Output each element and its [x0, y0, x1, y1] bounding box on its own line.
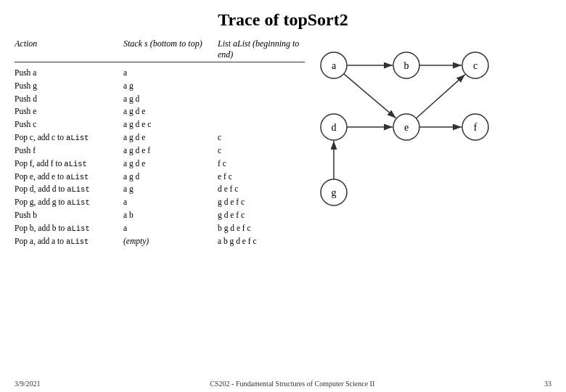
table-row: Push ca g d e c: [15, 118, 305, 131]
table-row: Push aa: [15, 67, 305, 80]
column-headers: Action Stack s (bottom to top) List aLis…: [15, 38, 305, 62]
graph-section: abcdefg: [305, 35, 551, 248]
node-label-a: a: [332, 60, 337, 71]
table-row: Pop f, add f to aLista g d ef c: [15, 158, 305, 171]
cell-action: Pop b, add b to aList: [15, 222, 123, 235]
cell-list: [218, 105, 305, 118]
cell-action: Pop f, add f to aList: [15, 158, 123, 171]
cell-action: Pop a, add a to aList: [15, 235, 123, 248]
cell-action: Push a: [15, 67, 123, 80]
cell-stack: a g d: [123, 171, 218, 184]
table-row: Pop a, add a to aList(empty)a b g d e f …: [15, 235, 305, 248]
table-row: Pop e, add e to aLista g de f c: [15, 171, 305, 184]
cell-action: Push c: [15, 118, 123, 131]
table-row: Push fa g d e fc: [15, 144, 305, 158]
page: Trace of topSort2 Action Stack s (bottom…: [0, 0, 566, 392]
cell-list: f c: [218, 158, 305, 171]
cell-action: Push e: [15, 105, 123, 118]
page-title: Trace of topSort2: [15, 10, 551, 30]
footer: 3/9/2021 CS202 - Fundamental Structures …: [15, 380, 551, 388]
edge-e-c: [416, 75, 464, 118]
table-row: Push ba bg d e f c: [15, 209, 305, 222]
footer-page: 33: [544, 380, 551, 388]
cell-stack: a g d e: [123, 131, 218, 144]
cell-action: Pop g, add g to aList: [15, 196, 123, 209]
edge-a-e: [344, 74, 396, 118]
cell-list: [218, 67, 305, 80]
cell-action: Push f: [15, 144, 123, 158]
col-header-action: Action: [15, 38, 123, 62]
cell-list: a b g d e f c: [218, 235, 305, 248]
table-row: Pop b, add b to aListab g d e f c: [15, 222, 305, 235]
cell-stack: a g: [123, 80, 218, 93]
cell-stack: a b: [123, 209, 218, 222]
table-row: Push da g d: [15, 93, 305, 106]
cell-stack: a g d e f: [123, 144, 218, 158]
content-area: Action Stack s (bottom to top) List aLis…: [15, 38, 551, 248]
cell-stack: a g d e: [123, 105, 218, 118]
node-label-d: d: [332, 122, 337, 133]
cell-stack: a g d: [123, 93, 218, 106]
cell-list: g d e f c: [218, 196, 305, 209]
node-label-g: g: [332, 187, 337, 198]
cell-action: Push b: [15, 209, 123, 222]
cell-stack: a g d e c: [123, 118, 218, 131]
table-row: Push ga g: [15, 80, 305, 93]
footer-date: 3/9/2021: [15, 380, 41, 388]
node-label-c: c: [473, 60, 477, 71]
cell-stack: a: [123, 222, 218, 235]
cell-list: [218, 93, 305, 106]
cell-action: Push d: [15, 93, 123, 106]
cell-stack: a g d e: [123, 158, 218, 171]
table-body: Push aaPush ga gPush da g dPush ea g d e…: [15, 67, 305, 248]
cell-action: Push g: [15, 80, 123, 93]
table-row: Pop g, add g to aListag d e f c: [15, 196, 305, 209]
graph-svg: abcdefg: [305, 35, 493, 260]
cell-list: c: [218, 131, 305, 144]
cell-stack: a: [123, 196, 218, 209]
table-section: Action Stack s (bottom to top) List aLis…: [15, 38, 305, 248]
footer-course: CS202 - Fundamental Structures of Comput…: [210, 380, 374, 388]
cell-list: c: [218, 144, 305, 158]
cell-list: d e f c: [218, 183, 305, 196]
cell-stack: (empty): [123, 235, 218, 248]
cell-action: Pop d, add d to aList: [15, 183, 123, 196]
cell-action: Pop e, add e to aList: [15, 171, 123, 184]
cell-stack: a: [123, 67, 218, 80]
cell-list: b g d e f c: [218, 222, 305, 235]
cell-action: Pop c, add c to aList: [15, 131, 123, 144]
cell-list: g d e f c: [218, 209, 305, 222]
cell-list: [218, 118, 305, 131]
cell-stack: a g: [123, 183, 218, 196]
node-label-f: f: [474, 122, 477, 133]
col-header-list: List aList (beginning to end): [218, 38, 305, 62]
col-header-stack: Stack s (bottom to top): [123, 38, 218, 62]
table-row: Pop d, add d to aLista gd e f c: [15, 183, 305, 196]
cell-list: e f c: [218, 171, 305, 184]
table-row: Pop c, add c to aLista g d ec: [15, 131, 305, 144]
table-row: Push ea g d e: [15, 105, 305, 118]
cell-list: [218, 80, 305, 93]
node-label-e: e: [404, 122, 409, 133]
node-label-b: b: [404, 60, 409, 71]
